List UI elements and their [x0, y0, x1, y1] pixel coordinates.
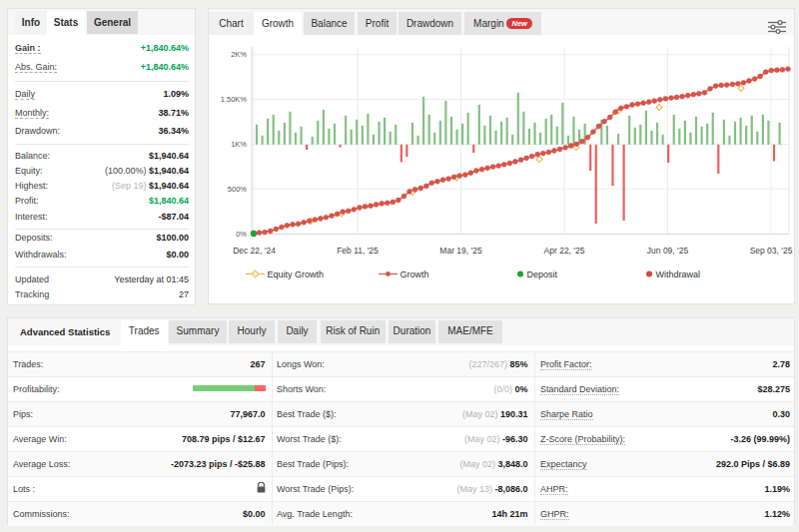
- svg-text:1K%: 1K%: [231, 140, 247, 149]
- svg-text:Mar 19, '25: Mar 19, '25: [439, 246, 482, 256]
- svg-text:Feb 11, '25: Feb 11, '25: [337, 246, 379, 256]
- svg-text:0%: 0%: [236, 230, 247, 239]
- svg-text:1.50K%: 1.50K%: [221, 95, 248, 104]
- svg-text:2K%: 2K%: [231, 50, 247, 59]
- svg-text:Sep 03, '25: Sep 03, '25: [750, 246, 793, 256]
- svg-text:Jun 09, '25: Jun 09, '25: [647, 246, 689, 256]
- svg-text:500%: 500%: [228, 185, 248, 194]
- svg-text:Dec 22, '24: Dec 22, '24: [233, 246, 276, 256]
- svg-text:Apr 22, '25: Apr 22, '25: [544, 246, 585, 256]
